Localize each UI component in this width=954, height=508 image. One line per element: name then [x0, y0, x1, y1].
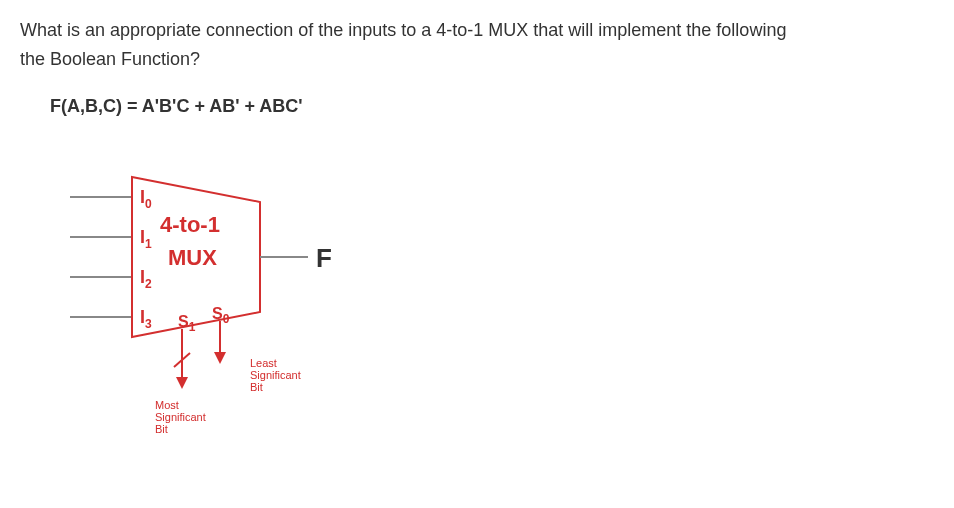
mux-title-2: MUX — [168, 245, 217, 270]
label-i0: I0 — [140, 187, 152, 211]
question-line-2: the Boolean Function? — [20, 49, 200, 69]
arrow-s1 — [176, 377, 188, 389]
mux-svg: I0 I1 I2 I3 4-to-1 MUX S1 S0 F Most Sign… — [60, 157, 400, 457]
label-i2: I2 — [140, 267, 152, 291]
question-text: What is an appropriate connection of the… — [20, 16, 934, 74]
boolean-formula: F(A,B,C) = A'B'C + AB' + ABC' — [50, 96, 934, 117]
mux-diagram: I0 I1 I2 I3 4-to-1 MUX S1 S0 F Most Sign… — [60, 157, 934, 462]
label-i3: I3 — [140, 307, 152, 331]
lsb-label: Least Significant Bit — [250, 357, 304, 393]
msb-label: Most Significant Bit — [155, 399, 209, 435]
label-i1: I1 — [140, 227, 152, 251]
label-output: F — [316, 243, 332, 273]
question-line-1: What is an appropriate connection of the… — [20, 20, 786, 40]
mux-title-1: 4-to-1 — [160, 212, 220, 237]
label-s1: S1 — [178, 313, 196, 334]
arrow-s0 — [214, 352, 226, 364]
